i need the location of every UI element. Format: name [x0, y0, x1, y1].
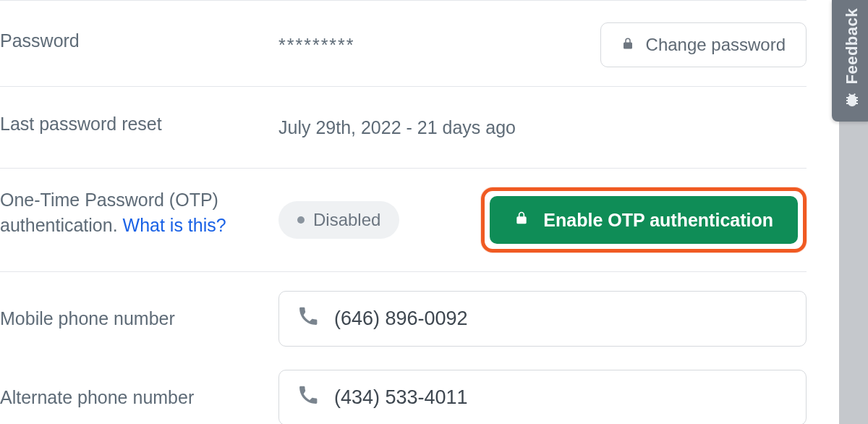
- alternate-phone-value: (434) 533-4011: [334, 386, 468, 409]
- alternate-phone-label: Alternate phone number: [0, 385, 278, 410]
- last-reset-label: Last password reset: [0, 106, 278, 137]
- otp-what-is-this-link[interactable]: What is this?: [123, 215, 226, 235]
- change-password-label: Change password: [646, 35, 786, 55]
- enable-otp-label: Enable OTP authentication: [543, 210, 773, 231]
- highlight-ring: Enable OTP authentication: [481, 187, 807, 253]
- phone-icon: [298, 385, 318, 410]
- otp-status-text: Disabled: [313, 210, 380, 230]
- feedback-tab[interactable]: Feedback: [832, 0, 868, 122]
- row-otp: One-Time Password (OTP) authentication. …: [0, 169, 807, 272]
- row-alternate-phone: Alternate phone number (434) 533-4011: [0, 365, 807, 424]
- bug-icon: [843, 91, 861, 111]
- password-mask: *********: [278, 35, 355, 56]
- alternate-phone-input[interactable]: (434) 533-4011: [278, 370, 807, 424]
- mobile-phone-value: (646) 896-0092: [334, 308, 468, 330]
- otp-status-badge: Disabled: [278, 201, 399, 239]
- password-label: Password: [0, 22, 278, 54]
- lock-icon: [514, 209, 529, 231]
- row-password: Password ********* Change password: [0, 4, 807, 87]
- phone-icon: [298, 306, 318, 331]
- change-password-button[interactable]: Change password: [600, 22, 807, 67]
- lock-icon: [621, 35, 634, 55]
- last-reset-value: July 29th, 2022 - 21 days ago: [278, 117, 516, 138]
- mobile-phone-input[interactable]: (646) 896-0092: [278, 291, 807, 347]
- mobile-phone-label: Mobile phone number: [0, 306, 278, 331]
- enable-otp-button[interactable]: Enable OTP authentication: [490, 196, 798, 244]
- status-dot-icon: [297, 216, 305, 224]
- row-mobile-phone: Mobile phone number (646) 896-0092: [0, 272, 807, 365]
- feedback-label: Feedback: [843, 8, 861, 85]
- row-last-reset: Last password reset July 29th, 2022 - 21…: [0, 87, 807, 169]
- divider-top: [0, 0, 807, 1]
